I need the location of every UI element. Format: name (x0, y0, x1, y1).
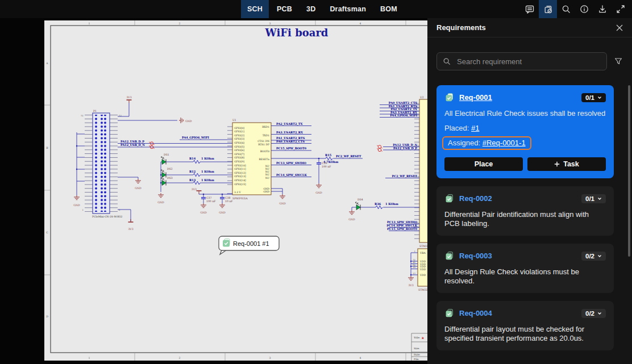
card-head: Req-0001 0/1 (444, 93, 606, 102)
svg-text:1 KOhm: 1 KOhm (201, 170, 214, 173)
svg-text:U2: U2 (420, 96, 424, 99)
tab-bom[interactable]: BOM (374, 0, 404, 18)
svg-text:GND: GND (185, 120, 192, 123)
filter-button[interactable] (614, 57, 623, 66)
svg-text:GPIO[14]: GPIO[14] (234, 179, 246, 182)
svg-text:PC15_SPW_BOOT0: PC15_SPW_BOOT0 (387, 227, 417, 231)
placed-link[interactable]: #1 (471, 124, 479, 132)
plus-icon (554, 161, 560, 167)
chevron-down-icon (597, 197, 602, 200)
svg-text:GPIO[10]: GPIO[10] (234, 164, 246, 167)
svg-text:3: 3 (269, 22, 271, 25)
badge-count: 0/2 (585, 253, 594, 260)
svg-text:R12: R12 (189, 170, 196, 173)
svg-text:Size:: Size: (414, 347, 419, 350)
comments-button[interactable] (521, 0, 539, 18)
requirement-card-req-0001[interactable]: Req-0001 0/1 All Electrical Rule Check i… (436, 85, 614, 178)
assigned-link[interactable]: #Req-0001-1 (483, 139, 526, 147)
download-icon (598, 5, 607, 14)
status-badge[interactable]: 0/1 (581, 93, 606, 102)
svg-text:GPIO[6]: GPIO[6] (234, 149, 244, 152)
svg-text:GND: GND (263, 190, 269, 193)
placed-label: Placed: (444, 124, 469, 132)
svg-text:VDD: VDD (419, 268, 426, 271)
status-badge[interactable]: 0/1 (581, 194, 606, 203)
search-row (436, 52, 623, 70)
svg-text:3V3: 3V3 (408, 284, 413, 287)
requirement-id-link[interactable]: Req-0002 (459, 194, 492, 203)
badge-count: 0/1 (585, 195, 594, 202)
tab-sch[interactable]: SCH (241, 0, 269, 18)
svg-text:NC: NC (265, 173, 270, 176)
svg-text:PC14_SPW_SWCLK: PC14_SPW_SWCLK (276, 173, 307, 177)
svg-text:1 KOhm: 1 KOhm (385, 202, 398, 206)
ic-u3: 1 32 48 64 19 13 VBA VDD VDD VDD VDD VDD… (408, 249, 427, 291)
schematic-canvas[interactable]: 1 2 3 4 1 2 3 4 A B C D WiFi board P1 (0, 18, 427, 364)
search-button[interactable] (557, 0, 575, 18)
svg-text:PC13_SPW_SWDIO: PC13_SPW_SWDIO (276, 161, 307, 165)
svg-text:GPIO[2]: GPIO[2] (234, 134, 244, 137)
place-button[interactable]: Place (444, 157, 523, 171)
svg-text:PA12_USB_D_N: PA12_USB_D_N (120, 143, 145, 147)
svg-text:4: 4 (360, 357, 361, 359)
svg-text:4: 4 (360, 22, 361, 25)
info-icon (580, 5, 589, 14)
status-badge[interactable]: 0/2 (581, 252, 606, 261)
svg-text:R: R (422, 337, 424, 340)
chevron-down-icon (597, 254, 602, 258)
svg-text:STM32: STM32 (419, 245, 427, 248)
svg-text:1 KOhm: 1 KOhm (201, 157, 214, 160)
panel-close-button[interactable] (616, 24, 623, 31)
badge-count: 0/2 (585, 310, 594, 317)
svg-text:CTS1 DN: CTS1 DN (257, 140, 269, 143)
searchbox[interactable] (436, 52, 607, 70)
svg-text:PA12_USB_D_P: PA12_USB_D_P (393, 147, 417, 150)
tab-pcb[interactable]: PCB (271, 0, 298, 18)
svg-text:R14: R14 (189, 157, 196, 160)
svg-text:3V3: 3V3 (192, 188, 197, 191)
download-button[interactable] (593, 0, 612, 18)
requirement-id-link[interactable]: Req-0001 (459, 93, 492, 102)
svg-text:VDD: VDD (419, 274, 426, 277)
fullscreen-button[interactable] (612, 0, 630, 18)
svg-text:PA4_GPIO6_WIFI: PA4_GPIO6_WIFI (390, 114, 417, 118)
requirement-card-req-0002[interactable]: Req-0002 0/1 Differential Pair identific… (436, 186, 614, 236)
svg-text:3: 3 (269, 357, 271, 359)
topbar-icons (521, 0, 630, 18)
svg-text:GPIO[0]: GPIO[0] (234, 127, 244, 129)
svg-text:3.3 V: 3.3 V (234, 191, 241, 194)
search-input[interactable] (456, 57, 601, 66)
requirement-card-req-0003[interactable]: Req-0003 0/2 All Design Rule Check viola… (436, 244, 614, 293)
requirement-card-req-0004[interactable]: Req-0004 0/2 Differential pair layout mu… (436, 301, 614, 350)
panel-header: Requirements (427, 18, 632, 37)
requirement-doc-icon (444, 308, 454, 318)
requirements-button[interactable] (539, 0, 557, 18)
card-head: Req-0002 0/1 (444, 194, 606, 203)
filter-icon (614, 57, 623, 66)
svg-text:3V3: 3V3 (126, 96, 131, 99)
svg-text:GND: GND (73, 204, 80, 207)
close-icon (616, 24, 623, 31)
panel-scrollbar[interactable] (628, 85, 630, 257)
tab-3d[interactable]: 3D (300, 0, 322, 18)
tab-draftsman[interactable]: Draftsman (323, 0, 372, 18)
svg-text:13: 13 (413, 272, 415, 275)
svg-text:100 nF: 100 nF (206, 200, 215, 203)
svg-text:A: A (45, 62, 48, 65)
info-button[interactable] (575, 0, 593, 18)
requirements-icon (543, 5, 553, 14)
svg-text:GPIO[3]: GPIO[3] (234, 137, 244, 140)
assigned-label: Assigned: (448, 139, 480, 147)
svg-text:GND: GND (315, 191, 322, 194)
svg-text:GND: GND (279, 202, 286, 205)
chevron-down-icon (597, 312, 602, 315)
add-task-button[interactable]: Task (527, 157, 606, 171)
schematic-sheet[interactable]: 1 2 3 4 1 2 3 4 A B C D WiFi board P1 (44, 20, 427, 361)
svg-text:GPIO[7]: GPIO[7] (234, 153, 244, 156)
requirement-id-link[interactable]: Req-0004 (459, 309, 492, 317)
status-badge[interactable]: 0/2 (581, 309, 606, 318)
requirement-id-link[interactable]: Req-0003 (459, 252, 492, 260)
svg-text:File:: File: (414, 358, 419, 361)
svg-text:DS2: DS2 (167, 168, 173, 170)
svg-text:PA3_USART2_RX: PA3_USART2_RX (276, 131, 303, 135)
